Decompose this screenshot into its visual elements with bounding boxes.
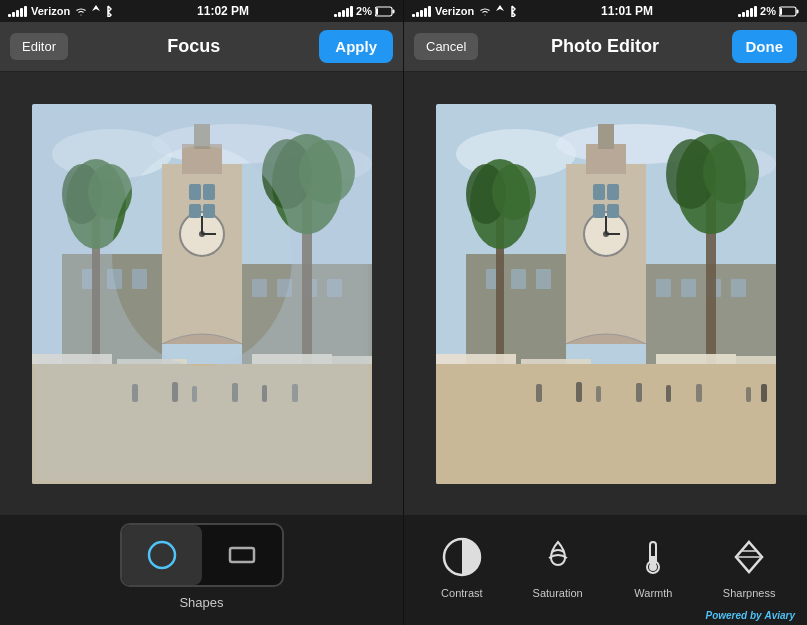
svg-point-81 xyxy=(492,164,536,220)
saturation-icon xyxy=(535,534,581,580)
sharpness-icon xyxy=(726,534,772,580)
svg-rect-48 xyxy=(32,104,372,484)
powered-by-row: Powered by Aviary xyxy=(404,610,807,625)
contrast-icon-wrap xyxy=(436,531,488,583)
right-status-bar: Verizon 11:01 PM 2% xyxy=(404,0,807,22)
apply-button[interactable]: Apply xyxy=(319,30,393,63)
sharpness-label: Sharpness xyxy=(723,587,776,599)
svg-rect-74 xyxy=(656,279,671,297)
left-status-left: Verizon xyxy=(8,5,112,17)
svg-rect-98 xyxy=(761,384,767,402)
sharpness-tool[interactable]: Sharpness xyxy=(701,531,797,599)
warmth-tool[interactable]: Warmth xyxy=(606,531,702,599)
right-bluetooth-icon xyxy=(508,5,516,17)
left-status-right: 2% xyxy=(334,5,395,17)
svg-rect-52 xyxy=(797,9,799,13)
right-photo-frame xyxy=(436,104,776,484)
svg-rect-50 xyxy=(230,548,254,562)
svg-rect-92 xyxy=(576,382,582,402)
saturation-tool[interactable]: Saturation xyxy=(510,531,606,599)
right-location-icon xyxy=(496,5,504,17)
powered-by-text: Powered by xyxy=(706,610,762,621)
right-signal-right xyxy=(738,6,757,17)
svg-rect-53 xyxy=(780,8,782,15)
left-carrier: Verizon xyxy=(31,5,70,17)
left-battery-pct: 2% xyxy=(356,5,372,17)
left-signal-right xyxy=(334,6,353,17)
circle-shape-button[interactable] xyxy=(122,525,202,585)
contrast-tool[interactable]: Contrast xyxy=(414,531,510,599)
back-to-editor-button[interactable]: Editor xyxy=(10,33,68,60)
svg-rect-96 xyxy=(696,384,702,402)
left-wifi-icon xyxy=(74,6,88,17)
cancel-button[interactable]: Cancel xyxy=(414,33,478,60)
svg-rect-95 xyxy=(666,385,671,402)
svg-rect-91 xyxy=(536,384,542,402)
left-status-bar: Verizon 11:02 PM 2% xyxy=(0,0,403,22)
left-photo-area xyxy=(0,72,403,515)
svg-rect-90 xyxy=(436,364,776,484)
svg-rect-71 xyxy=(511,269,526,289)
shape-buttons-group xyxy=(120,523,284,587)
warmth-label: Warmth xyxy=(634,587,672,599)
right-nav-title: Photo Editor xyxy=(478,36,731,57)
left-photo-frame xyxy=(32,104,372,484)
right-nav-bar: Cancel Photo Editor Done xyxy=(404,22,807,72)
powered-brand: Aviary xyxy=(764,610,795,621)
svg-point-49 xyxy=(149,542,175,568)
svg-rect-66 xyxy=(607,184,619,200)
right-battery-icon xyxy=(779,6,799,17)
right-status-left: Verizon xyxy=(412,5,516,17)
saturation-icon-wrap xyxy=(532,531,584,583)
svg-rect-68 xyxy=(607,204,619,218)
left-photo-scene xyxy=(32,104,372,484)
left-nav-title: Focus xyxy=(68,36,319,57)
svg-rect-97 xyxy=(746,387,751,402)
contrast-icon xyxy=(439,534,485,580)
right-status-right: 2% xyxy=(738,5,799,17)
circle-shape-icon xyxy=(143,536,181,574)
right-battery-pct: 2% xyxy=(760,5,776,17)
left-bluetooth-icon xyxy=(104,5,112,17)
left-signal-bars xyxy=(8,6,27,17)
svg-rect-77 xyxy=(731,279,746,297)
warmth-icon-wrap xyxy=(627,531,679,583)
left-location-icon xyxy=(92,5,100,17)
svg-rect-75 xyxy=(681,279,696,297)
svg-point-103 xyxy=(649,563,657,571)
shapes-label: Shapes xyxy=(179,595,223,610)
svg-point-85 xyxy=(703,140,759,204)
right-photo-area xyxy=(404,72,807,515)
sharpness-icon-wrap xyxy=(723,531,775,583)
svg-rect-2 xyxy=(376,8,378,15)
rect-shape-icon xyxy=(223,536,261,574)
right-editor-toolbar: Contrast Saturation xyxy=(404,515,807,625)
tool-icons-row: Contrast Saturation xyxy=(404,515,807,610)
right-carrier: Verizon xyxy=(435,5,474,17)
svg-rect-60 xyxy=(598,124,614,149)
warmth-icon xyxy=(630,534,676,580)
left-nav-bar: Editor Focus Apply xyxy=(0,22,403,72)
right-panel: Verizon 11:01 PM 2% xyxy=(403,0,807,625)
right-wifi-icon xyxy=(478,6,492,17)
rect-shape-button[interactable] xyxy=(202,525,282,585)
svg-rect-67 xyxy=(593,204,605,218)
svg-rect-94 xyxy=(636,383,642,402)
done-button[interactable]: Done xyxy=(732,30,798,63)
svg-rect-65 xyxy=(593,184,605,200)
saturation-label: Saturation xyxy=(533,587,583,599)
svg-rect-93 xyxy=(596,386,601,402)
svg-rect-1 xyxy=(393,9,395,13)
contrast-label: Contrast xyxy=(441,587,483,599)
right-photo-scene xyxy=(436,104,776,484)
right-signal-bars xyxy=(412,6,431,17)
left-time: 11:02 PM xyxy=(197,4,249,18)
right-time: 11:01 PM xyxy=(601,4,653,18)
svg-rect-72 xyxy=(536,269,551,289)
left-battery-icon xyxy=(375,6,395,17)
left-panel: Verizon 11:02 PM 2% xyxy=(0,0,403,625)
left-focus-toolbar: Shapes xyxy=(0,515,403,625)
